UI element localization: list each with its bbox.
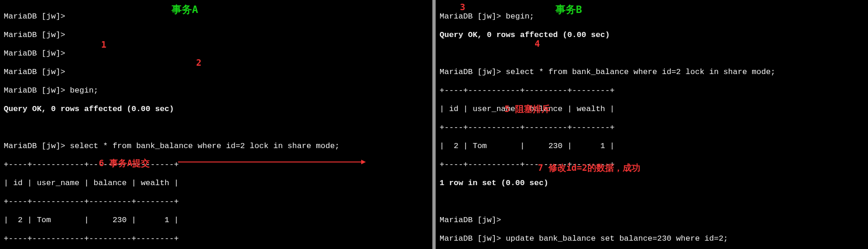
step-4: 4 bbox=[535, 38, 540, 49]
table-border: +----+-----------+---------+--------+ bbox=[440, 86, 864, 95]
prompt-line: MariaDB [jw]> bbox=[4, 12, 428, 21]
blank-line bbox=[4, 123, 428, 132]
query-ok: Query OK, 0 rows affected (0.00 sec) bbox=[440, 31, 864, 40]
cmd-begin: MariaDB [jw]> begin; bbox=[440, 12, 864, 21]
prompt-line: MariaDB [jw]> bbox=[4, 31, 428, 40]
terminal-pane-a[interactable]: MariaDB [jw]> MariaDB [jw]> MariaDB [jw]… bbox=[0, 0, 432, 249]
table-border: +----+-----------+---------+--------+ bbox=[440, 160, 864, 169]
prompt-line: MariaDB [jw]> bbox=[440, 216, 864, 225]
prompt-line: MariaDB [jw]> bbox=[4, 49, 428, 58]
step-1: 1 bbox=[101, 39, 106, 50]
table-border: +----+-----------+---------+--------+ bbox=[440, 123, 864, 132]
table-border: +----+-----------+---------+--------+ bbox=[4, 197, 428, 206]
step-3: 3 bbox=[460, 2, 465, 12]
table-row: | 2 | Tom | 230 | 1 | bbox=[440, 142, 864, 151]
table-border: +----+-----------+---------+--------+ bbox=[4, 234, 428, 243]
pane-divider[interactable] bbox=[432, 0, 436, 249]
table-header: | id | user_name | balance | wealth | bbox=[4, 179, 428, 188]
step-2: 2 bbox=[196, 57, 201, 68]
label-transaction-b: 事务B bbox=[555, 3, 582, 17]
rows-in-set: 1 row in set (0.00 sec) bbox=[440, 179, 864, 188]
cmd-update: MariaDB [jw]> update bank_balance set ba… bbox=[440, 234, 864, 243]
prompt-line: MariaDB [jw]> bbox=[4, 68, 428, 77]
query-ok: Query OK, 0 rows affected (0.00 sec) bbox=[4, 105, 428, 114]
label-transaction-a: 事务A bbox=[172, 3, 198, 17]
step-7: 7 修改id=2的数据，成功 bbox=[538, 162, 640, 174]
step-5: 5 阻塞排斥 bbox=[504, 103, 550, 115]
blank-line bbox=[440, 49, 864, 58]
arrow-line bbox=[178, 162, 361, 162]
cmd-select: MariaDB [jw]> select * from bank_balance… bbox=[440, 68, 864, 77]
table-row: | 2 | Tom | 230 | 1 | bbox=[4, 216, 428, 225]
cmd-select: MariaDB [jw]> select * from bank_balance… bbox=[4, 142, 428, 151]
terminal-pane-b[interactable]: MariaDB [jw]> begin; Query OK, 0 rows af… bbox=[436, 0, 868, 249]
step-6: 6 事务A提交 bbox=[99, 157, 150, 169]
cmd-begin: MariaDB [jw]> begin; bbox=[4, 86, 428, 95]
table-header: | id | user_name | balance | wealth | bbox=[440, 105, 864, 114]
arrow-head-icon bbox=[361, 160, 366, 164]
blank-line bbox=[440, 197, 864, 206]
